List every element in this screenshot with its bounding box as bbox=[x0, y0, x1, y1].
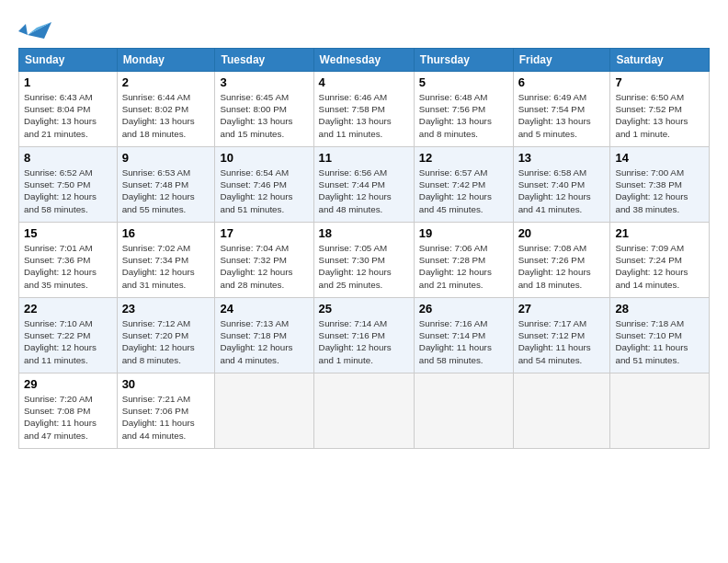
calendar-week-row: 1Sunrise: 6:43 AM Sunset: 8:04 PM Daylig… bbox=[19, 72, 710, 147]
calendar-cell bbox=[610, 373, 710, 449]
calendar-cell: 1Sunrise: 6:43 AM Sunset: 8:04 PM Daylig… bbox=[19, 72, 118, 147]
calendar-week-row: 29Sunrise: 7:20 AM Sunset: 7:08 PM Dayli… bbox=[19, 373, 710, 449]
day-detail: Sunrise: 6:45 AM Sunset: 8:00 PM Dayligh… bbox=[220, 91, 308, 140]
calendar-cell: 17Sunrise: 7:04 AM Sunset: 7:32 PM Dayli… bbox=[215, 223, 313, 298]
calendar-cell: 23Sunrise: 7:12 AM Sunset: 7:20 PM Dayli… bbox=[117, 298, 215, 373]
calendar-table: SundayMondayTuesdayWednesdayThursdayFrid… bbox=[18, 48, 710, 449]
day-number: 28 bbox=[615, 302, 704, 316]
day-number: 14 bbox=[615, 151, 704, 165]
day-number: 1 bbox=[24, 75, 112, 89]
day-number: 9 bbox=[122, 151, 210, 165]
day-detail: Sunrise: 7:06 AM Sunset: 7:28 PM Dayligh… bbox=[419, 242, 508, 291]
day-number: 23 bbox=[122, 302, 210, 316]
calendar-cell: 18Sunrise: 7:05 AM Sunset: 7:30 PM Dayli… bbox=[313, 223, 414, 298]
calendar-cell: 6Sunrise: 6:49 AM Sunset: 7:54 PM Daylig… bbox=[513, 72, 610, 147]
calendar-cell bbox=[414, 373, 513, 449]
column-header-wednesday: Wednesday bbox=[313, 49, 414, 72]
day-number: 25 bbox=[319, 302, 409, 316]
day-detail: Sunrise: 6:46 AM Sunset: 7:58 PM Dayligh… bbox=[319, 91, 409, 140]
calendar-cell: 3Sunrise: 6:45 AM Sunset: 8:00 PM Daylig… bbox=[215, 72, 313, 147]
calendar-week-row: 8Sunrise: 6:52 AM Sunset: 7:50 PM Daylig… bbox=[19, 147, 710, 223]
calendar-cell: 24Sunrise: 7:13 AM Sunset: 7:18 PM Dayli… bbox=[215, 298, 313, 373]
calendar-cell: 22Sunrise: 7:10 AM Sunset: 7:22 PM Dayli… bbox=[19, 298, 118, 373]
day-detail: Sunrise: 7:13 AM Sunset: 7:18 PM Dayligh… bbox=[220, 317, 308, 366]
calendar-cell: 15Sunrise: 7:01 AM Sunset: 7:36 PM Dayli… bbox=[19, 223, 118, 298]
calendar-cell: 4Sunrise: 6:46 AM Sunset: 7:58 PM Daylig… bbox=[313, 72, 414, 147]
calendar-cell: 9Sunrise: 6:53 AM Sunset: 7:48 PM Daylig… bbox=[117, 147, 215, 223]
calendar-cell: 14Sunrise: 7:00 AM Sunset: 7:38 PM Dayli… bbox=[610, 147, 710, 223]
day-detail: Sunrise: 7:12 AM Sunset: 7:20 PM Dayligh… bbox=[122, 317, 210, 366]
day-number: 10 bbox=[220, 151, 308, 165]
day-detail: Sunrise: 6:56 AM Sunset: 7:44 PM Dayligh… bbox=[319, 167, 409, 215]
day-number: 2 bbox=[122, 75, 210, 89]
day-detail: Sunrise: 6:49 AM Sunset: 7:54 PM Dayligh… bbox=[518, 91, 606, 140]
day-number: 30 bbox=[122, 377, 210, 391]
calendar-cell: 7Sunrise: 6:50 AM Sunset: 7:52 PM Daylig… bbox=[610, 72, 710, 147]
calendar-header-row: SundayMondayTuesdayWednesdayThursdayFrid… bbox=[19, 49, 710, 72]
day-number: 6 bbox=[518, 75, 606, 89]
day-number: 16 bbox=[122, 226, 210, 240]
calendar-week-row: 15Sunrise: 7:01 AM Sunset: 7:36 PM Dayli… bbox=[19, 223, 710, 298]
day-detail: Sunrise: 7:17 AM Sunset: 7:12 PM Dayligh… bbox=[518, 317, 606, 366]
day-detail: Sunrise: 7:21 AM Sunset: 7:06 PM Dayligh… bbox=[122, 393, 210, 442]
day-number: 11 bbox=[319, 151, 409, 165]
day-number: 18 bbox=[319, 226, 409, 240]
calendar-cell: 16Sunrise: 7:02 AM Sunset: 7:34 PM Dayli… bbox=[117, 223, 215, 298]
calendar-cell: 29Sunrise: 7:20 AM Sunset: 7:08 PM Dayli… bbox=[19, 373, 118, 449]
day-detail: Sunrise: 6:57 AM Sunset: 7:42 PM Dayligh… bbox=[419, 167, 508, 215]
day-number: 21 bbox=[615, 226, 704, 240]
svg-marker-0 bbox=[28, 22, 51, 39]
column-header-monday: Monday bbox=[117, 49, 215, 72]
day-detail: Sunrise: 7:01 AM Sunset: 7:36 PM Dayligh… bbox=[24, 242, 112, 291]
day-detail: Sunrise: 6:54 AM Sunset: 7:46 PM Dayligh… bbox=[220, 167, 308, 215]
calendar-cell: 21Sunrise: 7:09 AM Sunset: 7:24 PM Dayli… bbox=[610, 223, 710, 298]
day-detail: Sunrise: 7:10 AM Sunset: 7:22 PM Dayligh… bbox=[24, 317, 112, 366]
logo bbox=[18, 15, 55, 42]
calendar-cell: 26Sunrise: 7:16 AM Sunset: 7:14 PM Dayli… bbox=[414, 298, 513, 373]
day-detail: Sunrise: 6:44 AM Sunset: 8:02 PM Dayligh… bbox=[122, 91, 210, 140]
calendar-cell bbox=[215, 373, 313, 449]
day-number: 19 bbox=[419, 226, 508, 240]
calendar-week-row: 22Sunrise: 7:10 AM Sunset: 7:22 PM Dayli… bbox=[19, 298, 710, 373]
column-header-thursday: Thursday bbox=[414, 49, 513, 72]
calendar-cell: 25Sunrise: 7:14 AM Sunset: 7:16 PM Dayli… bbox=[313, 298, 414, 373]
day-detail: Sunrise: 6:48 AM Sunset: 7:56 PM Dayligh… bbox=[419, 91, 508, 140]
day-number: 17 bbox=[220, 226, 308, 240]
day-detail: Sunrise: 7:14 AM Sunset: 7:16 PM Dayligh… bbox=[319, 317, 409, 366]
day-number: 8 bbox=[24, 151, 112, 165]
day-detail: Sunrise: 7:00 AM Sunset: 7:38 PM Dayligh… bbox=[615, 167, 704, 215]
calendar-cell: 28Sunrise: 7:18 AM Sunset: 7:10 PM Dayli… bbox=[610, 298, 710, 373]
day-number: 3 bbox=[220, 75, 308, 89]
day-detail: Sunrise: 7:05 AM Sunset: 7:30 PM Dayligh… bbox=[319, 242, 409, 291]
calendar-cell: 27Sunrise: 7:17 AM Sunset: 7:12 PM Dayli… bbox=[513, 298, 610, 373]
day-number: 22 bbox=[24, 302, 112, 316]
calendar-cell: 13Sunrise: 6:58 AM Sunset: 7:40 PM Dayli… bbox=[513, 147, 610, 223]
day-detail: Sunrise: 7:08 AM Sunset: 7:26 PM Dayligh… bbox=[518, 242, 606, 291]
day-detail: Sunrise: 6:53 AM Sunset: 7:48 PM Dayligh… bbox=[122, 167, 210, 215]
day-detail: Sunrise: 7:20 AM Sunset: 7:08 PM Dayligh… bbox=[24, 393, 112, 442]
day-detail: Sunrise: 6:52 AM Sunset: 7:50 PM Dayligh… bbox=[24, 167, 112, 215]
svg-marker-2 bbox=[18, 24, 28, 35]
calendar-cell: 12Sunrise: 6:57 AM Sunset: 7:42 PM Dayli… bbox=[414, 147, 513, 223]
calendar-cell: 10Sunrise: 6:54 AM Sunset: 7:46 PM Dayli… bbox=[215, 147, 313, 223]
column-header-friday: Friday bbox=[513, 49, 610, 72]
column-header-sunday: Sunday bbox=[19, 49, 118, 72]
day-number: 5 bbox=[419, 75, 508, 89]
page-header bbox=[18, 15, 710, 42]
day-number: 26 bbox=[419, 302, 508, 316]
calendar-cell: 11Sunrise: 6:56 AM Sunset: 7:44 PM Dayli… bbox=[313, 147, 414, 223]
day-detail: Sunrise: 6:43 AM Sunset: 8:04 PM Dayligh… bbox=[24, 91, 112, 140]
day-detail: Sunrise: 7:09 AM Sunset: 7:24 PM Dayligh… bbox=[615, 242, 704, 291]
day-detail: Sunrise: 7:04 AM Sunset: 7:32 PM Dayligh… bbox=[220, 242, 308, 291]
logo-icon bbox=[18, 15, 51, 42]
day-number: 24 bbox=[220, 302, 308, 316]
column-header-tuesday: Tuesday bbox=[215, 49, 313, 72]
day-number: 13 bbox=[518, 151, 606, 165]
day-number: 15 bbox=[24, 226, 112, 240]
calendar-cell: 20Sunrise: 7:08 AM Sunset: 7:26 PM Dayli… bbox=[513, 223, 610, 298]
calendar-cell: 30Sunrise: 7:21 AM Sunset: 7:06 PM Dayli… bbox=[117, 373, 215, 449]
calendar-cell bbox=[313, 373, 414, 449]
day-detail: Sunrise: 7:16 AM Sunset: 7:14 PM Dayligh… bbox=[419, 317, 508, 366]
day-detail: Sunrise: 6:58 AM Sunset: 7:40 PM Dayligh… bbox=[518, 167, 606, 215]
column-header-saturday: Saturday bbox=[610, 49, 710, 72]
